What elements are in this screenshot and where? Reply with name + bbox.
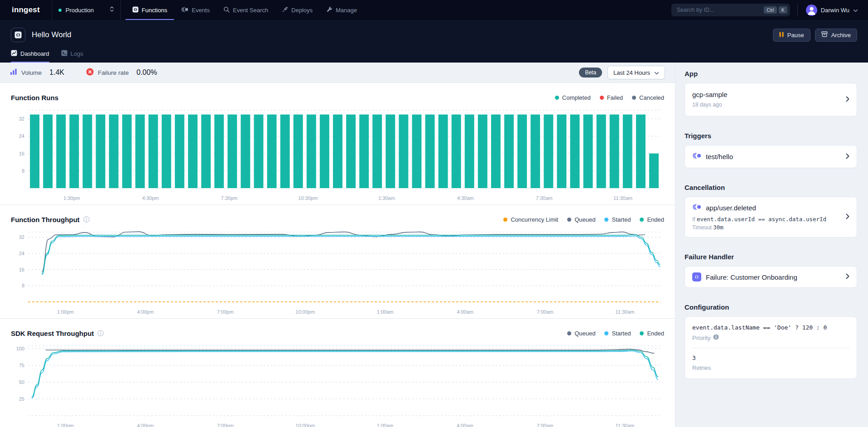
app-name: gcp-sample: [692, 91, 839, 98]
legend-label: Queued: [574, 216, 595, 223]
svg-text:50: 50: [19, 379, 24, 385]
time-range-value: Last 24 Hours: [613, 69, 650, 76]
svg-text:32: 32: [19, 234, 24, 240]
environment-label: Production: [66, 7, 94, 14]
info-icon[interactable]: [713, 334, 719, 341]
chart-title: Function Runs: [11, 94, 58, 102]
chart-canvas: 81624321:30pm4:30pm7:30pm10:30pm1:30am4:…: [11, 106, 664, 204]
svg-text:4:00am: 4:00am: [457, 309, 473, 315]
function-runs-chart[interactable]: 81624321:30pm4:30pm7:30pm10:30pm1:30am4:…: [11, 106, 664, 204]
sdk-throughput-chart[interactable]: 2550751001:00pm4:00pm7:00pm10:00pm1:00am…: [11, 341, 664, 427]
trigger-name: test/hello: [706, 153, 733, 160]
terminal-icon: [61, 50, 68, 58]
nav-item-events[interactable]: Events: [174, 0, 217, 20]
chevron-down-icon: [853, 6, 858, 14]
timeout-value: 30m: [713, 224, 723, 231]
kbd-ctrl: Ctrl: [764, 6, 776, 14]
legend-label: Concurrency Limit: [511, 216, 558, 223]
app-heading: App: [685, 70, 857, 78]
tab-logs[interactable]: Logs: [61, 50, 83, 63]
legend-item: Concurrency Limit: [503, 216, 558, 223]
functions-icon: [132, 6, 139, 14]
pause-button[interactable]: Pause: [773, 29, 810, 42]
triggers-heading: Triggers: [685, 132, 857, 140]
function-throughput-chart[interactable]: 81624321:00pm4:00pm7:00pm10:00pm1:00am4:…: [11, 228, 664, 318]
legend-item: Started: [604, 330, 631, 337]
nav-item-manage[interactable]: Manage: [319, 0, 364, 20]
function-icon: [11, 28, 25, 42]
volume-label: Volume: [21, 69, 42, 76]
environment-selector[interactable]: Production: [52, 0, 121, 20]
app-card[interactable]: gcp-sample 18 days ago: [685, 83, 857, 116]
timeout-label: Timeout: [692, 224, 712, 231]
svg-text:24: 24: [19, 133, 24, 139]
nav-item-label: Events: [192, 7, 210, 14]
function-header: Hello World Pause Archive Dashboard: [0, 20, 868, 63]
tab-dashboard[interactable]: Dashboard: [11, 50, 49, 63]
nav-item-functions[interactable]: Functions: [125, 0, 174, 20]
legend-item: Failed: [600, 94, 623, 101]
failure-handler-section: Failure Handler Failure: Customer Onboar…: [685, 253, 857, 288]
chart-canvas: 81624321:00pm4:00pm7:00pm10:00pm1:00am4:…: [11, 228, 664, 318]
legend-label: Ended: [647, 330, 664, 337]
svg-text:8: 8: [22, 168, 24, 174]
nav-item-label: Functions: [142, 7, 167, 14]
svg-text:4:00pm: 4:00pm: [137, 423, 154, 427]
chevron-right-icon: [846, 153, 849, 161]
chart-title: SDK Request Throughput: [11, 330, 94, 337]
svg-text:1:30pm: 1:30pm: [63, 195, 80, 201]
function-code-icon: [692, 272, 701, 281]
event-icon: [692, 152, 701, 161]
legend-label: Started: [612, 216, 631, 223]
search-input[interactable]: Search by ID... Ctrl K: [671, 4, 790, 16]
chart-legend: CompletedFailedCanceled: [555, 94, 664, 101]
time-range-dropdown[interactable]: Last 24 Hours: [608, 66, 665, 79]
svg-text:25: 25: [19, 396, 24, 402]
dashboard-icon: [11, 50, 17, 58]
archive-label: Archive: [831, 32, 851, 39]
volume-value: 1.4K: [49, 68, 64, 77]
avatar: [806, 5, 817, 16]
legend-dot: [600, 96, 604, 100]
legend-dot: [567, 218, 571, 222]
app-section: App gcp-sample 18 days ago: [685, 70, 857, 116]
chevron-up-down-icon: [110, 5, 114, 15]
logo-container[interactable]: inngest: [0, 0, 52, 20]
info-icon[interactable]: [83, 216, 90, 223]
environment-status-dot: [58, 9, 62, 12]
nav-item-deploys[interactable]: Deploys: [275, 0, 319, 20]
divider: [692, 348, 849, 348]
nav-divider: [797, 4, 798, 16]
cancellation-card[interactable]: app/user.deleted If event.data.userId ==…: [685, 197, 857, 238]
user-name: Darwin Wu: [821, 7, 849, 14]
trigger-card[interactable]: test/hello: [685, 145, 857, 168]
retries-value: 3: [692, 354, 849, 361]
legend-label: Ended: [647, 216, 664, 223]
svg-text:7:00am: 7:00am: [537, 423, 554, 427]
cancellation-heading: Cancellation: [685, 184, 857, 191]
priority-label: Priority: [692, 335, 710, 341]
bar-chart-icon: [10, 68, 17, 77]
svg-text:10:00pm: 10:00pm: [295, 423, 315, 427]
user-menu[interactable]: Darwin Wu: [806, 5, 858, 16]
legend-item: Queued: [567, 216, 595, 223]
cancellation-section: Cancellation app/user.deleted If event.d…: [685, 184, 857, 238]
nav-item-label: Event Search: [233, 7, 268, 14]
svg-text:1:00pm: 1:00pm: [57, 309, 74, 315]
svg-text:16: 16: [19, 267, 24, 272]
archive-button[interactable]: Archive: [815, 29, 857, 42]
svg-text:8: 8: [22, 283, 24, 288]
legend-dot: [567, 331, 571, 335]
svg-text:4:30am: 4:30am: [457, 195, 474, 201]
legend-item: Queued: [567, 330, 595, 337]
inngest-logo: inngest: [12, 5, 40, 15]
info-icon[interactable]: [97, 330, 104, 336]
failure-handler-card[interactable]: Failure: Customer Onboarding: [685, 266, 857, 288]
legend-item: Completed: [555, 94, 591, 101]
svg-text:100: 100: [16, 346, 24, 351]
legend-dot: [604, 218, 608, 222]
chevron-right-icon: [846, 273, 849, 281]
failure-handler-heading: Failure Handler: [685, 253, 857, 261]
beta-badge: Beta: [579, 68, 602, 78]
nav-item-event-search[interactable]: Event Search: [217, 0, 275, 20]
